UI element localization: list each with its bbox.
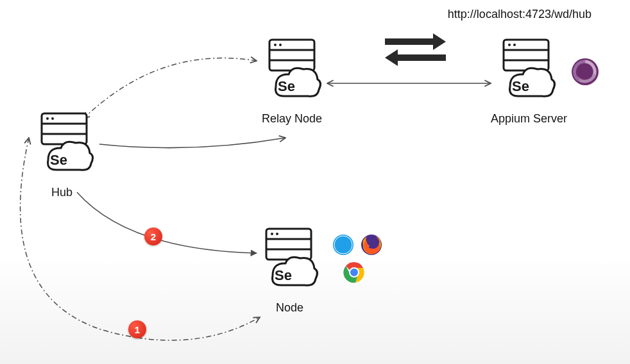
relay-node-label: Relay Node xyxy=(262,112,322,126)
node-label: Node xyxy=(276,301,303,315)
badge-2: 2 xyxy=(144,228,162,245)
hub-to-node-arrow-2 xyxy=(77,192,257,253)
svg-point-3 xyxy=(46,117,49,120)
svg-point-16 xyxy=(513,44,516,46)
appium-server-icon: Se xyxy=(494,38,558,106)
safari-icon xyxy=(332,234,354,256)
appium-url-label: http://localhost:4723/wd/hub xyxy=(448,8,592,21)
hub-to-relay-dashed-arrow xyxy=(83,58,257,119)
svg-text:Se: Se xyxy=(50,152,67,168)
node-server-icon: Se xyxy=(257,228,321,295)
svg-text:Se: Se xyxy=(278,78,295,94)
badge-1: 1 xyxy=(128,320,146,338)
appium-logo-icon xyxy=(571,58,599,86)
svg-point-4 xyxy=(51,117,54,120)
appium-server-label: Appium Server xyxy=(491,112,567,126)
svg-point-10 xyxy=(279,44,282,46)
hub-server-icon: Se xyxy=(32,112,96,179)
firefox-icon xyxy=(361,234,382,256)
svg-text:Se: Se xyxy=(512,78,529,94)
svg-text:Se: Se xyxy=(275,267,292,283)
chrome-icon xyxy=(343,261,365,283)
bidirectional-arrows-icon xyxy=(385,33,446,66)
svg-point-23 xyxy=(276,233,278,235)
hub-label: Hub xyxy=(51,186,72,199)
svg-point-9 xyxy=(274,44,277,46)
hub-to-relay-solid-arrow xyxy=(99,138,285,148)
svg-point-22 xyxy=(271,233,273,235)
svg-point-15 xyxy=(508,44,511,46)
relay-node-server-icon: Se xyxy=(260,38,324,106)
